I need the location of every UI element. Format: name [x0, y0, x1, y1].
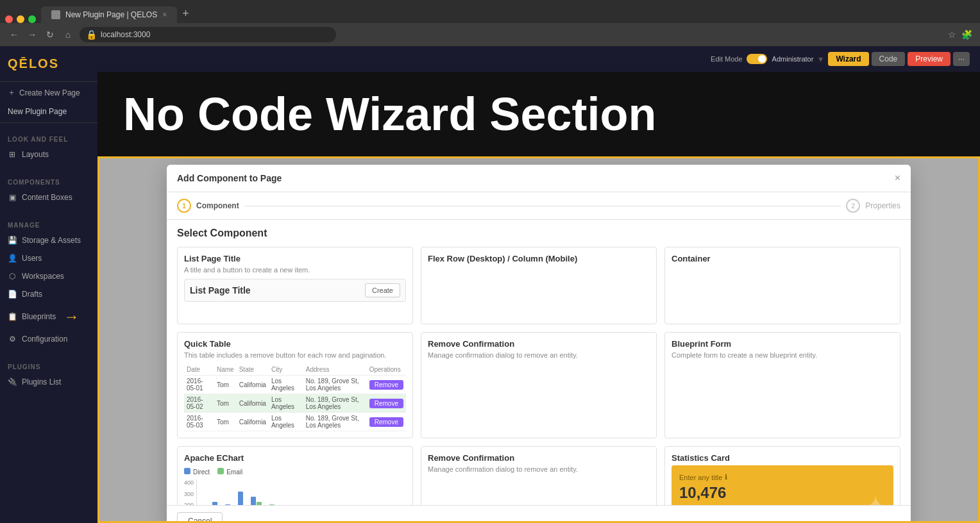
- preview-button[interactable]: Preview: [908, 52, 950, 66]
- sidebar-item-drafts[interactable]: 📄 Drafts: [0, 285, 97, 303]
- admin-dropdown-icon[interactable]: ▾: [818, 54, 823, 64]
- remove-confirmation-card[interactable]: Remove Confirmation Manage confirmation …: [421, 332, 657, 438]
- list-page-title-card[interactable]: List Page Title A title and a button to …: [177, 247, 413, 324]
- remove-button[interactable]: Remove: [369, 380, 403, 390]
- col-address: Address: [303, 364, 367, 376]
- users-icon: 👤: [8, 254, 17, 263]
- comp-desc-quick-table: This table includes a remove button for …: [184, 351, 406, 359]
- bar-direct-wed: [225, 504, 230, 505]
- remove-conf-2-preview: [428, 478, 650, 505]
- bar-email-fri: [257, 502, 262, 505]
- lpt-create-button[interactable]: Create: [365, 283, 400, 297]
- tab-title: New Plugin Page | QELOS: [65, 10, 157, 19]
- col-state: State: [237, 364, 269, 376]
- echart-preview: Direct Email 4003002001000: [184, 468, 406, 505]
- manage-section: MANAGE 💾 Storage & Assets 👤 Users ⬡ Work…: [0, 212, 97, 353]
- bar-direct-thu: [238, 492, 243, 505]
- minimize-window-btn[interactable]: [17, 15, 24, 23]
- components-label: COMPONENTS: [0, 174, 97, 188]
- maximize-window-btn[interactable]: [28, 15, 36, 23]
- sidebar-item-plugins-list[interactable]: 🔌 Plugins List: [0, 373, 97, 391]
- create-new-page-button[interactable]: ＋ Create New Page: [0, 82, 97, 103]
- drafts-icon: 📄: [8, 290, 17, 299]
- sidebar-item-users[interactable]: 👤 Users: [0, 249, 97, 267]
- comp-title-echart: Apache EChart: [184, 453, 406, 463]
- bar-group-tue: [212, 502, 223, 505]
- blueprint-form-card[interactable]: Blueprint Form Complete form to create a…: [664, 332, 900, 438]
- chart-legend: Direct Email: [184, 468, 406, 476]
- grid-icon: ⊞: [8, 150, 17, 159]
- cancel-button[interactable]: Cancel: [177, 512, 223, 521]
- edit-mode-toggle[interactable]: Edit Mode: [711, 54, 767, 64]
- stats-bg-icon: ✦: [863, 489, 888, 505]
- apache-echart-card[interactable]: Apache EChart Direct Email 4003002001000: [177, 446, 413, 505]
- drafts-label: Drafts: [22, 290, 42, 299]
- step-2-label: Properties: [865, 201, 900, 210]
- quick-table: Date Name State City Address Operations: [184, 364, 406, 431]
- select-component-title: Select Component: [177, 228, 900, 239]
- sidebar-item-layouts[interactable]: ⊞ Layouts: [0, 145, 97, 163]
- edit-mode-switch[interactable]: [747, 54, 767, 64]
- add-component-modal: Add Component to Page × 1 Component 2 Pr…: [167, 165, 911, 521]
- modal-close-button[interactable]: ×: [895, 172, 900, 184]
- remove-confirmation-2-card[interactable]: Remove Confirmation Manage confirmation …: [421, 446, 657, 505]
- plus-icon: ＋: [8, 87, 15, 98]
- component-grid: List Page Title A title and a button to …: [177, 247, 900, 505]
- gear-icon: ⚙: [8, 335, 17, 344]
- comp-desc-list-page: A title and a button to create a new ite…: [184, 266, 406, 274]
- comp-desc-remove-conf: Manage confirmation dialog to remove an …: [428, 351, 650, 359]
- users-label: Users: [22, 254, 42, 263]
- address-bar[interactable]: 🔒 localhost:3000: [80, 27, 336, 42]
- sidebar-item-workspaces[interactable]: ⬡ Workspaces: [0, 267, 97, 285]
- flex-row-card[interactable]: Flex Row (Desktop) / Column (Mobile): [421, 247, 657, 324]
- modal-overlay: Add Component to Page × 1 Component 2 Pr…: [99, 158, 978, 521]
- modal-title: Add Component to Page: [177, 173, 282, 183]
- browser-tab[interactable]: New Plugin Page | QELOS ×: [41, 6, 177, 23]
- logo-text: QĒLOS: [8, 56, 59, 71]
- remove-button-3[interactable]: Remove: [369, 417, 403, 427]
- back-button[interactable]: ←: [8, 29, 21, 40]
- legend-email: Email: [217, 468, 242, 476]
- admin-label: Administrator: [772, 55, 814, 63]
- sidebar-item-storage[interactable]: 💾 Storage & Assets: [0, 231, 97, 249]
- create-btn-label: Create New Page: [19, 88, 80, 97]
- sidebar-divider: [0, 122, 97, 123]
- info-icon: ℹ: [725, 473, 727, 481]
- lpt-preview-text: List Page Title: [190, 285, 360, 295]
- sidebar: QĒLOS ＋ Create New Page New Plugin Page …: [0, 46, 97, 523]
- bar-group-sat: [264, 504, 275, 505]
- modal-header: Add Component to Page ×: [167, 165, 911, 192]
- components-section: COMPONENTS ▣ Content Boxes: [0, 169, 97, 212]
- sidebar-item-blueprints[interactable]: 📋 Blueprints →: [0, 303, 97, 330]
- storage-label: Storage & Assets: [22, 236, 81, 245]
- comp-title-remove-conf-2: Remove Confirmation: [428, 453, 650, 463]
- quick-table-card[interactable]: Quick Table This table includes a remove…: [177, 332, 413, 438]
- comp-title-container: Container: [672, 254, 893, 263]
- tab-close-icon[interactable]: ×: [162, 10, 167, 19]
- container-card[interactable]: Container: [664, 247, 900, 324]
- legend-direct: Direct: [184, 468, 210, 476]
- home-button[interactable]: ⌂: [62, 29, 74, 40]
- plugin-icon: 🔌: [8, 378, 17, 386]
- col-name: Name: [214, 364, 237, 376]
- sidebar-item-content-boxes[interactable]: ▣ Content Boxes: [0, 188, 97, 206]
- forward-button[interactable]: →: [26, 29, 38, 40]
- statistics-card-card[interactable]: Statistics Card Enter any title ℹ 10,476…: [664, 446, 900, 505]
- reload-button[interactable]: ↻: [44, 29, 56, 40]
- wizard-button[interactable]: Wizard: [828, 52, 868, 66]
- new-tab-button[interactable]: +: [177, 4, 194, 23]
- browser-chrome: New Plugin Page | QELOS × + ← → ↻ ⌂ 🔒 lo…: [0, 0, 980, 46]
- extensions-icon[interactable]: 🧩: [961, 29, 972, 40]
- remove-button-2[interactable]: Remove: [369, 399, 403, 408]
- bar-direct-tue: [212, 502, 217, 505]
- sidebar-item-configuration[interactable]: ⚙ Configuration: [0, 330, 97, 348]
- lock-icon: 🔒: [86, 29, 97, 40]
- modal-body: Select Component List Page Title A title…: [167, 220, 911, 505]
- arrow-indicator: →: [63, 308, 79, 326]
- more-options-button[interactable]: ···: [953, 52, 970, 66]
- bookmark-icon[interactable]: ☆: [948, 29, 956, 40]
- close-window-btn[interactable]: [5, 15, 13, 23]
- code-button[interactable]: Code: [872, 52, 906, 66]
- edit-mode-label: Edit Mode: [711, 55, 743, 63]
- main-content: Edit Mode Administrator ▾ Wizard Code Pr…: [97, 46, 980, 523]
